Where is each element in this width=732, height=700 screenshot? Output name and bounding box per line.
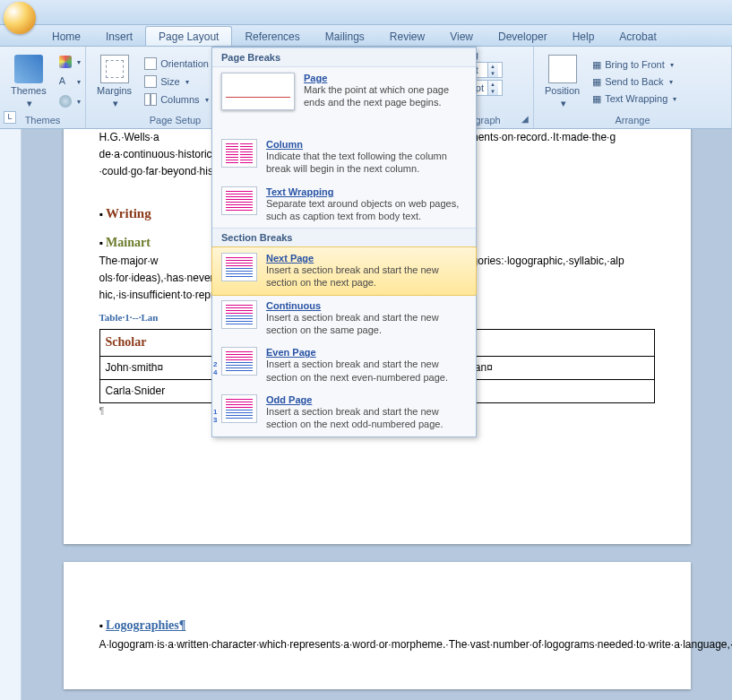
heading-logographies: Logographies¶	[106, 618, 185, 632]
menuitem-odd-page[interactable]: 13 Odd PageInsert a section break and st…	[212, 389, 476, 436]
margins-label: Margins	[97, 85, 132, 96]
menuitem-title: Even Page	[266, 347, 467, 358]
group-arrange: Position▾ ▦Bring to Front▾ ▦Send to Back…	[534, 47, 732, 128]
tab-references[interactable]: References	[232, 27, 312, 46]
margins-button[interactable]: Margins▾	[91, 53, 137, 111]
theme-effects-button[interactable]: ▾	[56, 93, 84, 109]
themes-icon	[14, 55, 43, 83]
tab-developer[interactable]: Developer	[486, 27, 560, 46]
menuitem-desc: Insert a section break and start the new…	[266, 264, 467, 290]
size-icon	[144, 75, 157, 88]
menuitem-title: Column	[266, 139, 467, 150]
menuitem-desc: Insert a section break and start the new…	[266, 405, 467, 431]
column-break-icon	[221, 139, 257, 168]
size-button[interactable]: Size▾	[141, 73, 221, 90]
position-button[interactable]: Position▾	[539, 53, 585, 111]
heading-writing: Writing	[106, 206, 151, 220]
menuitem-title: Continuous	[266, 300, 467, 311]
tab-mailings[interactable]: Mailings	[313, 27, 377, 46]
group-themes-label: Themes	[5, 114, 80, 126]
spinner-icon[interactable]: ▲▼	[487, 63, 498, 77]
body-text: A·logogram·is·a·written·character·which·…	[99, 636, 655, 653]
breaks-dropdown: Page Breaks PageMark the point at which …	[211, 47, 477, 437]
sendback-icon: ▦	[592, 76, 601, 88]
menuitem-title: Odd Page	[266, 394, 467, 405]
ribbon-tabs: Home Insert Page Layout References Maili…	[0, 25, 732, 47]
columns-icon	[144, 93, 157, 106]
vertical-ruler[interactable]	[0, 129, 22, 700]
menuitem-even-page[interactable]: 24 Even PageInsert a section break and s…	[212, 341, 476, 389]
bring-to-front-button[interactable]: ▦Bring to Front▾	[589, 57, 680, 73]
menuitem-desc: Insert a section break and start the new…	[266, 358, 467, 384]
textwrap-break-icon	[221, 186, 257, 215]
themes-label: Themes	[11, 85, 47, 96]
dropdown-section-pagebreaks: Page Breaks	[212, 48, 476, 67]
textwrap-icon: ▦	[592, 93, 601, 105]
text-wrapping-button[interactable]: ▦Text Wrapping▾	[589, 91, 680, 107]
send-to-back-button[interactable]: ▦Send to Back▾	[589, 74, 680, 90]
continuous-icon	[221, 300, 257, 329]
oddpage-icon: 13	[221, 394, 257, 423]
margins-icon	[100, 55, 129, 83]
menuitem-title: Next Page	[266, 253, 467, 264]
nextpage-icon	[221, 253, 257, 281]
tab-home[interactable]: Home	[39, 27, 93, 46]
tab-acrobat[interactable]: Acrobat	[607, 27, 668, 46]
tab-insert[interactable]: Insert	[93, 27, 145, 46]
columns-button[interactable]: Columns▾	[141, 91, 221, 108]
colors-icon	[59, 56, 72, 68]
evenpage-icon: 24	[221, 347, 257, 376]
position-label: Position	[545, 85, 580, 96]
tab-help[interactable]: Help	[560, 27, 607, 46]
heading-mainart: Mainart	[106, 236, 151, 249]
spinner-icon[interactable]: ▲▼	[487, 81, 498, 95]
menuitem-desc: Indicate that the text following the col…	[266, 150, 467, 176]
menuitem-title: Page	[304, 73, 467, 83]
tab-view[interactable]: View	[437, 27, 486, 46]
themes-button[interactable]: Themes▾	[5, 53, 52, 111]
bringfront-icon: ▦	[592, 59, 601, 71]
position-icon	[548, 55, 577, 83]
caret-icon: ▾	[27, 98, 32, 109]
menuitem-title: Text Wrapping	[266, 186, 467, 197]
menuitem-next-page[interactable]: Next PageInsert a section break and star…	[211, 246, 477, 296]
page-break-icon	[221, 73, 295, 110]
theme-fonts-button[interactable]: A▾	[56, 73, 84, 90]
dropdown-section-sectionbreaks: Section Breaks	[212, 228, 476, 247]
paragraph-dialog-launcher[interactable]: ◢	[519, 114, 531, 126]
tab-review[interactable]: Review	[377, 27, 437, 46]
menuitem-continuous[interactable]: ContinuousInsert a section break and sta…	[212, 295, 476, 342]
fonts-icon: A	[59, 75, 72, 88]
effects-icon	[59, 95, 72, 108]
orientation-icon	[144, 57, 157, 70]
menuitem-desc: Mark the point at which one page ends an…	[304, 83, 467, 109]
menuitem-desc: Insert a section break and start the new…	[266, 311, 467, 337]
title-bar	[0, 0, 732, 25]
theme-colors-button[interactable]: ▾	[56, 54, 84, 70]
office-button[interactable]	[4, 2, 36, 34]
menuitem-column-break[interactable]: ColumnIndicate that the text following t…	[212, 134, 476, 181]
tab-pagelayout[interactable]: Page Layout	[145, 26, 232, 46]
document-page[interactable]: ▪ Logographies¶ A·logogram·is·a·written·…	[64, 562, 691, 689]
menuitem-page-break[interactable]: PageMark the point at which one page end…	[212, 67, 476, 134]
menuitem-desc: Separate text around objects on web page…	[266, 197, 467, 223]
orientation-button[interactable]: Orientation▾	[141, 56, 221, 72]
group-arrange-label: Arrange	[539, 114, 726, 126]
ruler-corner[interactable]: L	[4, 111, 16, 124]
menuitem-textwrap-break[interactable]: Text WrappingSeparate text around object…	[212, 181, 476, 229]
